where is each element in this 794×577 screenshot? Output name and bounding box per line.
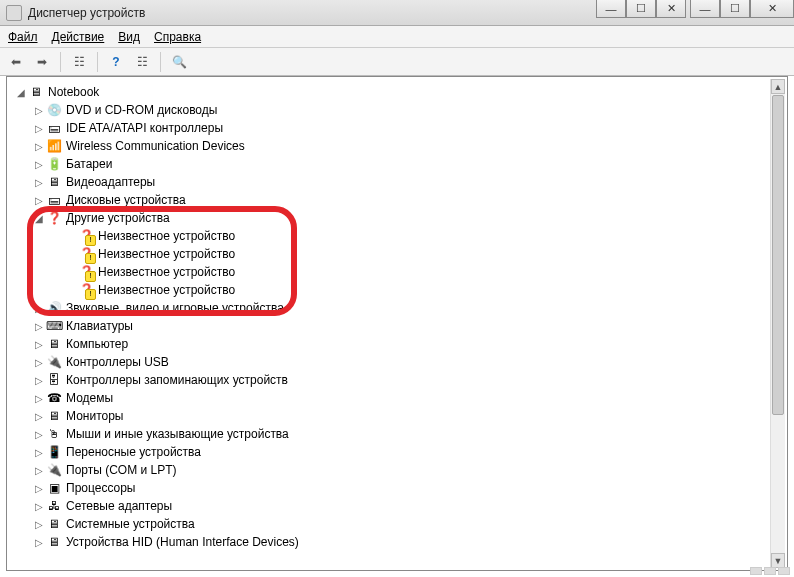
node-label: Переносные устройства [66,445,201,459]
node-label: Мыши и иные указывающие устройства [66,427,289,441]
node-label: Мониторы [66,409,123,423]
tree-category[interactable]: ▷⌨Клавиатуры [13,317,769,335]
parent-maximize-button[interactable]: ☐ [626,0,656,18]
tree-category[interactable]: ▷🖥Видеоадаптеры [13,173,769,191]
device-category-icon: 🖥 [46,336,62,352]
expand-toggle[interactable]: ◢ [33,213,44,224]
vertical-scrollbar[interactable]: ▲ ▼ [770,79,785,568]
tree-category[interactable]: ▷💿DVD и CD-ROM дисководы [13,101,769,119]
tree-category[interactable]: ▷🖥Мониторы [13,407,769,425]
tree-device[interactable]: ❓Неизвестное устройство [13,227,769,245]
toolbar-sep [97,52,98,72]
device-category-icon: ❓ [46,210,62,226]
show-hidden-button[interactable]: ☷ [130,51,154,73]
toolbar: ⬅ ➡ ☷ ? ☷ 🔍 [0,48,794,76]
expand-toggle[interactable]: ▷ [33,339,44,350]
minimize-button[interactable]: — [690,0,720,18]
back-button[interactable]: ⬅ [4,51,28,73]
forward-button[interactable]: ➡ [30,51,54,73]
expand-toggle[interactable]: ▷ [33,429,44,440]
tree-category[interactable]: ▷🖧Сетевые адаптеры [13,497,769,515]
tree-category[interactable]: ▷🖥Компьютер [13,335,769,353]
scan-hardware-button[interactable]: 🔍 [167,51,191,73]
device-category-icon: 🖥 [46,516,62,532]
device-tree[interactable]: ◢🖥Notebook▷💿DVD и CD-ROM дисководы▷🖴IDE … [9,79,769,568]
node-label: Сетевые адаптеры [66,499,172,513]
node-label: Звуковые, видео и игровые устройства [66,301,284,315]
tree-category[interactable]: ▷🔋Батареи [13,155,769,173]
scroll-down-button[interactable]: ▼ [771,553,785,568]
node-label: Устройства HID (Human Interface Devices) [66,535,299,549]
tree-category[interactable]: ▷🖴IDE ATA/ATAPI контроллеры [13,119,769,137]
properties-button[interactable]: ☷ [67,51,91,73]
tree-device[interactable]: ❓Неизвестное устройство [13,263,769,281]
node-label: Модемы [66,391,113,405]
device-category-icon: 🗄 [46,372,62,388]
expand-toggle[interactable]: ▷ [33,303,44,314]
scroll-thumb[interactable] [772,95,784,415]
node-label: Клавиатуры [66,319,133,333]
help-button[interactable]: ? [104,51,128,73]
scroll-up-button[interactable]: ▲ [771,79,785,94]
expand-toggle[interactable]: ▷ [33,159,44,170]
expand-toggle[interactable]: ▷ [33,357,44,368]
tree-root[interactable]: ◢🖥Notebook [13,83,769,101]
expand-toggle[interactable]: ▷ [33,411,44,422]
close-button[interactable]: ✕ [750,0,794,18]
expand-toggle[interactable]: ▷ [33,501,44,512]
tree-category[interactable]: ▷🖥Устройства HID (Human Interface Device… [13,533,769,551]
tree-category[interactable]: ▷🔊Звуковые, видео и игровые устройства [13,299,769,317]
titlebar: Диспетчер устройств — ☐ ✕ — ☐ ✕ [0,0,794,26]
expand-toggle[interactable]: ▷ [33,195,44,206]
scroll-track[interactable] [771,95,785,552]
device-category-icon: 🖱 [46,426,62,442]
menu-help[interactable]: Справка [154,30,201,44]
expand-toggle[interactable]: ▷ [33,141,44,152]
maximize-button[interactable]: ☐ [720,0,750,18]
tree-device[interactable]: ❓Неизвестное устройство [13,245,769,263]
resize-grip [750,567,790,575]
expand-toggle[interactable]: ▷ [33,105,44,116]
tree-category[interactable]: ◢❓Другие устройства [13,209,769,227]
expand-toggle[interactable]: ▷ [33,177,44,188]
tree-category[interactable]: ▷☎Модемы [13,389,769,407]
menu-view[interactable]: Вид [118,30,140,44]
expand-toggle[interactable]: ▷ [33,123,44,134]
node-label: Неизвестное устройство [98,283,235,297]
expand-toggle[interactable]: ▷ [33,447,44,458]
tree-category[interactable]: ▷🔌Порты (COM и LPT) [13,461,769,479]
node-label: Видеоадаптеры [66,175,155,189]
expand-toggle[interactable]: ▷ [33,465,44,476]
menu-file[interactable]: Файл [8,30,38,44]
tree-category[interactable]: ▷🖥Системные устройства [13,515,769,533]
expand-toggle[interactable]: ▷ [33,537,44,548]
device-tree-panel: ◢🖥Notebook▷💿DVD и CD-ROM дисководы▷🖴IDE … [6,76,788,571]
tree-category[interactable]: ▷🖴Дисковые устройства [13,191,769,209]
tree-category[interactable]: ▷📱Переносные устройства [13,443,769,461]
expand-toggle[interactable]: ▷ [33,375,44,386]
tree-category[interactable]: ▷▣Процессоры [13,479,769,497]
node-label: Неизвестное устройство [98,265,235,279]
expand-toggle[interactable]: ◢ [15,87,26,98]
expand-toggle[interactable]: ▷ [33,519,44,530]
tree-category[interactable]: ▷🔌Контроллеры USB [13,353,769,371]
parent-close-button[interactable]: ✕ [656,0,686,18]
device-category-icon: ▣ [46,480,62,496]
expand-toggle[interactable]: ▷ [33,393,44,404]
tree-device[interactable]: ❓Неизвестное устройство [13,281,769,299]
node-label: Порты (COM и LPT) [66,463,177,477]
device-category-icon: 🖴 [46,120,62,136]
parent-window-controls: — ☐ ✕ [596,0,686,18]
node-label: Системные устройства [66,517,195,531]
parent-minimize-button[interactable]: — [596,0,626,18]
expand-toggle[interactable]: ▷ [33,321,44,332]
tree-category[interactable]: ▷📶Wireless Communication Devices [13,137,769,155]
tree-category[interactable]: ▷🖱Мыши и иные указывающие устройства [13,425,769,443]
node-label: Дисковые устройства [66,193,186,207]
unknown-device-icon: ❓ [78,246,94,262]
toolbar-sep [160,52,161,72]
tree-category[interactable]: ▷🗄Контроллеры запоминающих устройств [13,371,769,389]
unknown-device-icon: ❓ [78,228,94,244]
menu-action[interactable]: Действие [52,30,105,44]
expand-toggle[interactable]: ▷ [33,483,44,494]
